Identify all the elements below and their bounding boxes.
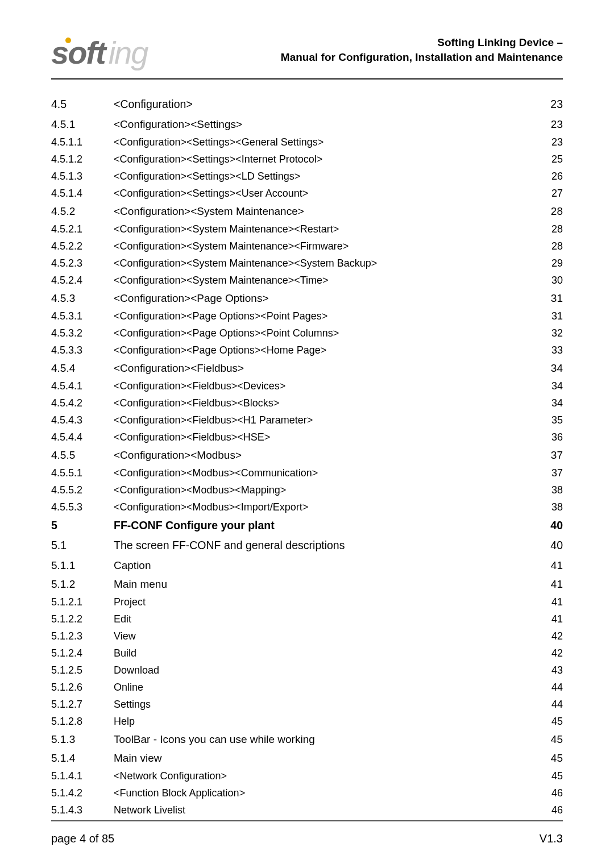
- toc-page-number: 46: [538, 805, 563, 815]
- toc-section-number: 5.1.4.2: [51, 788, 114, 798]
- toc-row[interactable]: 4.5.2.4<Configuration><System Maintenanc…: [51, 272, 563, 289]
- toc-row[interactable]: 5.1.4.3Network Livelist46: [51, 801, 563, 819]
- toc-row[interactable]: 4.5.5.3<Configuration><Modbus><Import/Ex…: [51, 499, 563, 516]
- toc-page-number: 31: [538, 311, 563, 321]
- toc-row[interactable]: 5.1.2.4Build42: [51, 645, 563, 662]
- toc-row[interactable]: 5.1.2.8Help45: [51, 713, 563, 730]
- toc-page-number: 41: [538, 579, 563, 589]
- toc-row[interactable]: 5.1.2.5Download43: [51, 662, 563, 679]
- toc-section-number: 4.5.4.3: [51, 415, 114, 425]
- toc-section-number: 4.5.4.2: [51, 398, 114, 408]
- toc-page-number: 27: [538, 188, 563, 198]
- toc-section-number: 5.1.4: [51, 753, 114, 763]
- toc-row[interactable]: 4.5.4.1<Configuration><Fieldbus><Devices…: [51, 377, 563, 394]
- toc-row[interactable]: 4.5.1.3<Configuration><Settings><LD Sett…: [51, 168, 563, 185]
- toc-section-number: 5.1.2.5: [51, 665, 114, 675]
- toc-row[interactable]: 5.1.2.7Settings44: [51, 696, 563, 713]
- header-title: Softing Linking Device – Manual for Conf…: [281, 35, 563, 64]
- toc-row[interactable]: 4.5.2<Configuration><System Maintenance>…: [51, 202, 563, 221]
- toc-page-number: 26: [538, 171, 563, 181]
- toc-row[interactable]: 4.5.1.4<Configuration><Settings><User Ac…: [51, 185, 563, 202]
- toc-section-title: View: [114, 631, 538, 641]
- toc-section-number: 4.5.1.1: [51, 137, 114, 147]
- logo-dot-icon: [65, 38, 71, 43]
- toc-page-number: 34: [538, 398, 563, 408]
- toc-section-title: <Configuration><Fieldbus><Blocks>: [114, 398, 538, 408]
- toc-section-title: Edit: [114, 614, 538, 624]
- toc-page-number: 28: [538, 241, 563, 251]
- toc-row[interactable]: 4.5.3.1<Configuration><Page Options><Poi…: [51, 308, 563, 325]
- toc-page-number: 37: [538, 450, 563, 460]
- toc-row[interactable]: 5.1.3ToolBar - Icons you can use while w…: [51, 730, 563, 749]
- toc-row[interactable]: 4.5.2.1<Configuration><System Maintenanc…: [51, 221, 563, 238]
- toc-page-number: 42: [538, 648, 563, 658]
- toc-row[interactable]: 5.1.2.1Project41: [51, 593, 563, 610]
- toc-section-number: 4.5.1.3: [51, 171, 114, 181]
- toc-section-title: <Configuration><Page Options><Home Page>: [114, 345, 538, 355]
- toc-row[interactable]: 4.5.1.2<Configuration><Settings><Interne…: [51, 151, 563, 168]
- toc-page-number: 46: [538, 788, 563, 798]
- toc-section-title: FF-CONF Configure your plant: [114, 520, 538, 531]
- toc-row[interactable]: 4.5.1.1<Configuration><Settings><General…: [51, 134, 563, 151]
- toc-row[interactable]: 5.1.2.6Online44: [51, 679, 563, 696]
- toc-page-number: 45: [538, 771, 563, 781]
- toc-section-title: <Configuration><System Maintenance><Firm…: [114, 241, 538, 251]
- toc-row[interactable]: 5.1.2.2Edit41: [51, 610, 563, 628]
- toc-row[interactable]: 4.5.4.2<Configuration><Fieldbus><Blocks>…: [51, 394, 563, 412]
- toc-row[interactable]: 5.1.4.1<Network Configuration>45: [51, 767, 563, 784]
- toc-page-number: 41: [538, 614, 563, 624]
- toc-row[interactable]: 4.5.3.3<Configuration><Page Options><Hom…: [51, 342, 563, 359]
- toc-section-number: 4.5.5: [51, 450, 114, 460]
- toc-page-number: 30: [538, 275, 563, 285]
- toc-section-title: <Configuration><Modbus>: [114, 450, 538, 460]
- toc-row[interactable]: 4.5.1<Configuration><Settings>23: [51, 115, 563, 134]
- toc-row[interactable]: 4.5.5.1<Configuration><Modbus><Communica…: [51, 464, 563, 481]
- toc-row[interactable]: 5.1.4.2<Function Block Application>46: [51, 784, 563, 801]
- toc-row[interactable]: 4.5<Configuration>23: [51, 94, 563, 115]
- toc-section-title: <Configuration><System Maintenance><Time…: [114, 275, 538, 285]
- logo-main: soft: [51, 34, 105, 71]
- footer-rule: [51, 820, 563, 821]
- toc-row[interactable]: 4.5.2.2<Configuration><System Maintenanc…: [51, 238, 563, 255]
- toc-page-number: 44: [538, 699, 563, 709]
- toc-section-title: Build: [114, 648, 538, 658]
- toc-row[interactable]: 5.1.4Main view45: [51, 749, 563, 767]
- toc-row[interactable]: 5.1.2.3View42: [51, 628, 563, 645]
- toc-row[interactable]: 4.5.4<Configuration><Fieldbus>34: [51, 359, 563, 377]
- toc-section-number: 4.5.3.1: [51, 311, 114, 321]
- toc-row[interactable]: 4.5.4.3<Configuration><Fieldbus><H1 Para…: [51, 412, 563, 429]
- toc-row[interactable]: 4.5.3<Configuration><Page Options>31: [51, 289, 563, 308]
- toc-section-number: 4.5.3.3: [51, 345, 114, 355]
- toc-section-number: 4.5.1.2: [51, 154, 114, 164]
- toc-section-title: Project: [114, 597, 538, 607]
- toc-section-title: <Configuration><Settings><LD Settings>: [114, 171, 538, 181]
- toc-section-number: 4.5.3.2: [51, 328, 114, 338]
- toc-page-number: 42: [538, 631, 563, 641]
- toc-row[interactable]: 5.1.1Caption41: [51, 556, 563, 575]
- toc-section-title: <Network Configuration>: [114, 771, 538, 781]
- table-of-contents: 4.5<Configuration>234.5.1<Configuration>…: [51, 94, 563, 819]
- toc-row[interactable]: 4.5.2.3<Configuration><System Maintenanc…: [51, 255, 563, 272]
- toc-section-number: 5.1.4.3: [51, 805, 114, 815]
- toc-page-number: 32: [538, 328, 563, 338]
- toc-section-number: 4.5: [51, 99, 114, 110]
- page: soft ing Softing Linking Device – Manual…: [0, 0, 614, 868]
- toc-section-title: <Configuration><Settings><Internet Proto…: [114, 154, 538, 164]
- toc-row[interactable]: 5.1.2Main menu41: [51, 575, 563, 593]
- header-title-line2: Manual for Configuration, Installation a…: [281, 50, 563, 65]
- toc-row[interactable]: 5.1The screen FF-CONF and general descri…: [51, 535, 563, 556]
- toc-row[interactable]: 4.5.3.2<Configuration><Page Options><Poi…: [51, 325, 563, 342]
- toc-section-title: <Configuration><Settings><User Account>: [114, 188, 538, 198]
- toc-row[interactable]: 4.5.5<Configuration><Modbus>37: [51, 446, 563, 464]
- toc-section-number: 5.1.2: [51, 579, 114, 589]
- toc-row[interactable]: 4.5.5.2<Configuration><Modbus><Mapping>3…: [51, 481, 563, 499]
- footer: page 4 of 85 V1.3: [51, 832, 563, 845]
- toc-section-title: The screen FF-CONF and general descripti…: [114, 540, 538, 551]
- toc-page-number: 23: [538, 119, 563, 130]
- toc-page-number: 28: [538, 206, 563, 217]
- toc-section-title: <Configuration><Page Options>: [114, 293, 538, 304]
- footer-page: page 4 of 85: [51, 832, 114, 845]
- toc-row[interactable]: 5FF-CONF Configure your plant40: [51, 516, 563, 536]
- toc-row[interactable]: 4.5.4.4<Configuration><Fieldbus><HSE>36: [51, 429, 563, 446]
- toc-section-title: <Configuration><Settings><General Settin…: [114, 137, 538, 147]
